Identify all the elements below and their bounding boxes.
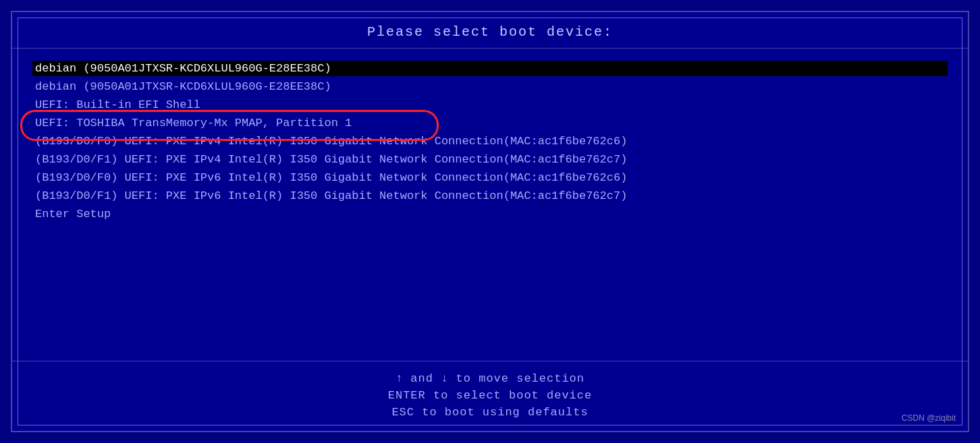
boot-menu-item-pxe-ipv6-f1[interactable]: (B193/D0/F1) UEFI: PXE IPv6 Intel(R) I35…	[32, 188, 948, 204]
boot-menu-item-uefi-shell[interactable]: UEFI: Built-in EFI Shell	[32, 97, 948, 113]
boot-menu-item-pxe-ipv4-f0[interactable]: (B193/D0/F0) UEFI: PXE IPv4 Intel(R) I35…	[32, 134, 948, 149]
watermark: CSDN @ziqibit	[902, 413, 956, 423]
boot-menu-item-uefi-toshiba[interactable]: UEFI: TOSHIBA TransMemory-Mx PMAP, Parti…	[32, 115, 948, 131]
bios-screen: Please select boot device: debian (9050A…	[11, 11, 969, 432]
boot-menu-item-debian1[interactable]: debian (9050A01JTXSR-KCD6XLUL960G-E28EE3…	[32, 61, 948, 76]
boot-menu-item-pxe-ipv6-f0[interactable]: (B193/D0/F0) UEFI: PXE IPv6 Intel(R) I35…	[32, 170, 948, 185]
boot-menu: debian (9050A01JTXSR-KCD6XLUL960G-E28EE3…	[12, 49, 968, 361]
footer-area: ↑ and ↓ to move selection ENTER to selec…	[12, 361, 968, 431]
footer-line2: ENTER to select boot device	[388, 389, 592, 402]
screen-title: Please select boot device:	[367, 24, 613, 40]
title-area: Please select boot device:	[12, 12, 968, 49]
boot-menu-item-enter-setup[interactable]: Enter Setup	[32, 206, 948, 222]
footer-line1: ↑ and ↓ to move selection	[396, 372, 584, 385]
boot-menu-item-pxe-ipv4-f1[interactable]: (B193/D0/F1) UEFI: PXE IPv4 Intel(R) I35…	[32, 152, 948, 167]
boot-menu-item-debian2[interactable]: debian (9050A01JTXSR-KCD6XLUL960G-E28EE3…	[32, 79, 948, 94]
footer-line3: ESC to boot using defaults	[391, 406, 588, 419]
